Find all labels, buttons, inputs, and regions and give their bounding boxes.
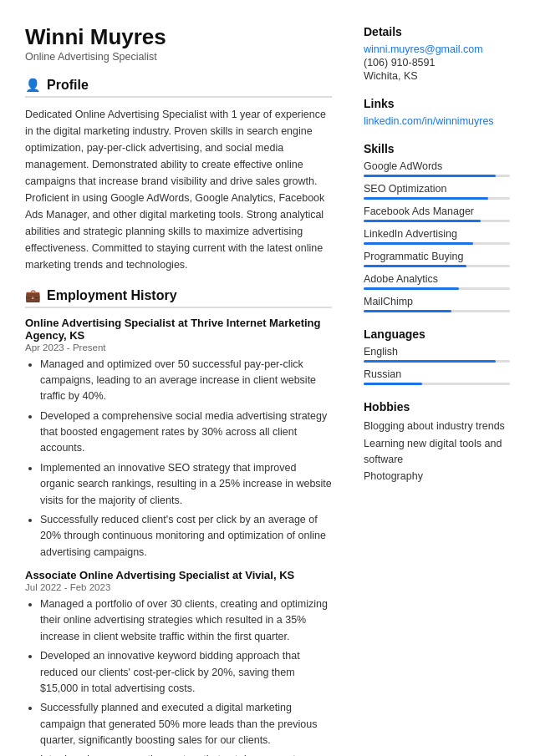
job-1-title: Online Advertising Specialist at Thrive … (25, 317, 332, 342)
language-item: English (364, 346, 510, 363)
skill-bar-fill (364, 287, 459, 290)
skill-bar-fill (364, 242, 473, 245)
language-bar-fill (364, 360, 496, 363)
list-item: Managed a portfolio of over 30 clients, … (40, 596, 332, 645)
language-bar-fill (364, 383, 422, 385)
skill-bar (364, 265, 510, 267)
skill-bar-fill (364, 220, 481, 222)
skill-name: Programmatic Buying (364, 251, 510, 262)
skill-name: Adobe Analytics (364, 273, 510, 285)
job-2: Associate Online Advertising Specialist … (25, 569, 332, 756)
language-bar (364, 360, 510, 363)
language-name: English (364, 346, 510, 358)
language-bar (364, 383, 510, 385)
skill-bar (364, 197, 510, 200)
skill-name: Facebook Ads Manager (364, 205, 510, 217)
skill-item: MailChimp (364, 296, 510, 312)
skill-item: Facebook Ads Manager (364, 205, 510, 222)
employment-heading: 💼 Employment History (25, 288, 332, 308)
resume-header: Winni Muyres Online Advertising Speciali… (25, 25, 332, 63)
hobby-item: Learning new digital tools and software (364, 436, 510, 468)
skill-name: LinkedIn Advertising (364, 228, 510, 240)
languages-heading: Languages (364, 327, 510, 341)
skill-item: Adobe Analytics (364, 273, 510, 290)
skill-bar (364, 242, 510, 245)
job-2-bullets: Managed a portfolio of over 30 clients, … (25, 596, 332, 756)
hobby-item: Blogging about industry trends (364, 419, 510, 434)
hobbies-heading: Hobbies (364, 400, 510, 414)
skill-bar (364, 175, 510, 177)
email: winni.muyres@gmail.com (364, 43, 510, 55)
list-item: Managed and optimized over 50 successful… (40, 357, 332, 405)
hobby-item: Photography (364, 469, 510, 485)
links-heading: Links (364, 97, 510, 110)
language-item: Russian (364, 368, 510, 385)
phone: (106) 910-8591 (364, 57, 510, 68)
profile-icon: 👤 (25, 78, 41, 93)
list-item: Implemented an innovative SEO strategy t… (40, 460, 332, 509)
skills-list: Google AdWords SEO Optimization Facebook… (364, 160, 510, 312)
linkedin-link[interactable]: linkedin.com/in/winnimuyres (364, 115, 510, 127)
profile-heading: 👤 Profile (25, 78, 332, 98)
skill-bar-fill (364, 310, 451, 312)
skill-item: Programmatic Buying (364, 251, 510, 267)
skill-bar-fill (364, 175, 496, 177)
candidate-title: Online Advertising Specialist (25, 51, 332, 63)
list-item: Introduced a new reporting system that c… (40, 752, 332, 756)
skills-heading: Skills (364, 142, 510, 155)
job-2-title: Associate Online Advertising Specialist … (25, 569, 332, 581)
skill-item: SEO Optimization (364, 183, 510, 200)
job-1-dates: Apr 2023 - Present (25, 342, 332, 353)
languages-list: English Russian (364, 346, 510, 385)
skill-item: Google AdWords (364, 160, 510, 177)
list-item: Successfully planned and executed a digi… (40, 700, 332, 748)
details-heading: Details (364, 25, 510, 38)
skill-name: Google AdWords (364, 160, 510, 172)
employment-icon: 💼 (25, 288, 41, 303)
skill-name: SEO Optimization (364, 183, 510, 195)
list-item: Developed an innovative keyword bidding … (40, 648, 332, 697)
candidate-name: Winni Muyres (25, 25, 332, 49)
job-1-bullets: Managed and optimized over 50 successful… (25, 357, 332, 561)
location: Wichita, KS (364, 70, 510, 82)
skill-bar-fill (364, 265, 466, 267)
skill-bar-fill (364, 197, 488, 200)
job-2-dates: Jul 2022 - Feb 2023 (25, 582, 332, 592)
skill-item: LinkedIn Advertising (364, 228, 510, 245)
list-item: Developed a comprehensive social media a… (40, 408, 332, 457)
hobbies-list: Blogging about industry trendsLearning n… (364, 419, 510, 485)
list-item: Successfully reduced client's cost per c… (40, 512, 332, 561)
profile-text: Dedicated Online Advertising Specialist … (25, 106, 332, 273)
language-name: Russian (364, 368, 510, 380)
job-1: Online Advertising Specialist at Thrive … (25, 317, 332, 561)
skill-name: MailChimp (364, 296, 510, 307)
skill-bar (364, 310, 510, 312)
skill-bar (364, 220, 510, 222)
skill-bar (364, 287, 510, 290)
